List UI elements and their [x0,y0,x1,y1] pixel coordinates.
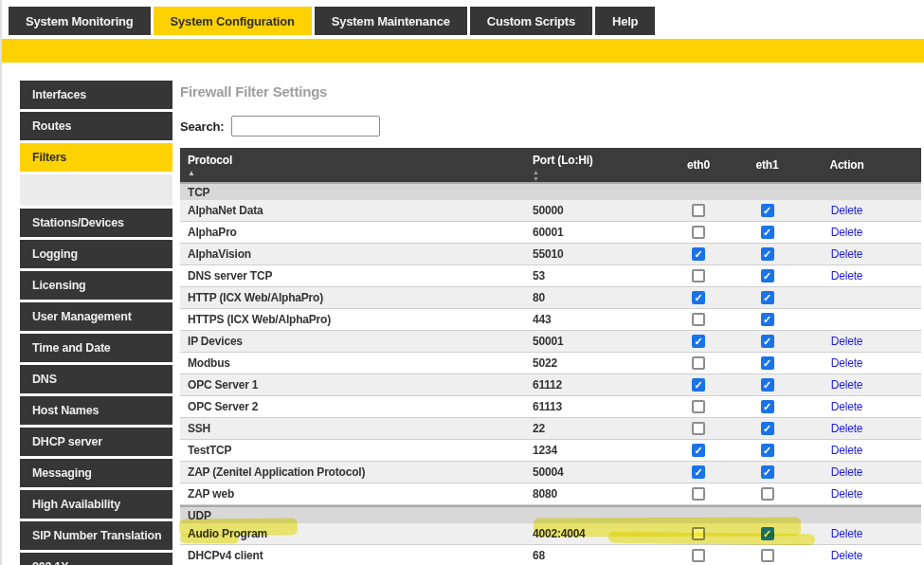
eth0-checkbox[interactable] [692,527,705,540]
delete-link[interactable]: Delete [831,527,863,540]
eth0-checkbox[interactable] [692,549,705,562]
eth1-cell: ✓ [732,378,803,392]
delete-link[interactable]: Delete [831,335,863,348]
delete-link[interactable]: Delete [831,226,863,239]
eth1-checkbox[interactable]: ✓ [761,247,774,261]
sidebar-item-messaging[interactable]: Messaging [20,459,172,487]
tab-bar: System MonitoringSystem ConfigurationSys… [9,7,655,35]
eth0-cell: ✓ [665,444,732,457]
eth1-header-label: eth1 [756,158,779,172]
column-header-port[interactable]: Port (Lo:Hi) ▲▼ [533,148,665,182]
eth1-checkbox[interactable]: ✓ [761,313,774,326]
sort-both-icon[interactable]: ▲▼ [533,169,665,182]
delete-link[interactable]: Delete [831,204,863,217]
eth0-checkbox[interactable] [692,204,705,217]
eth1-checkbox[interactable]: ✓ [761,400,774,413]
sidebar-item-sip-number-translation[interactable]: SIP Number Translation [20,521,172,550]
delete-link[interactable]: Delete [831,356,863,370]
port-cell: 50004 [533,465,665,479]
eth0-checkbox[interactable]: ✓ [692,378,705,392]
eth0-cell [665,400,732,413]
eth0-checkbox[interactable] [692,356,705,370]
eth0-checkbox[interactable]: ✓ [692,465,705,479]
eth0-checkbox[interactable] [692,226,705,239]
eth1-checkbox[interactable]: ✓ [761,226,774,239]
sidebar-item-licensing[interactable]: Licensing [20,271,172,300]
eth1-cell: ✓ [732,226,803,239]
action-cell: Delete [803,269,921,282]
delete-link[interactable]: Delete [831,422,863,435]
eth0-checkbox[interactable] [692,269,705,282]
sidebar-item-interfaces[interactable]: Interfaces [20,81,172,109]
eth1-checkbox[interactable]: ✓ [761,527,774,540]
eth0-checkbox[interactable]: ✓ [692,335,705,348]
sidebar-item-dns[interactable]: DNS [20,365,172,393]
eth1-checkbox[interactable]: ✓ [761,335,774,348]
sidebar-item-high-availability[interactable]: High Availability [20,490,172,519]
column-header-protocol[interactable]: Protocol ▲ [180,148,533,182]
search-input[interactable] [231,116,380,137]
delete-link[interactable]: Delete [831,465,863,479]
action-cell: Delete [803,226,921,239]
action-cell: Delete [803,400,921,413]
sidebar-item-dhcp-server[interactable]: DHCP server [20,428,172,456]
action-cell: Delete [803,444,921,457]
delete-link[interactable]: Delete [831,444,863,457]
table-row-zap-zenitel-application-protocol: ZAP (Zenitel Application Protocol)50004✓… [180,462,921,483]
eth1-checkbox[interactable]: ✓ [761,422,774,435]
protocol-cell: Audio Program [180,527,533,540]
eth0-checkbox[interactable]: ✓ [692,247,705,261]
eth1-checkbox[interactable] [761,487,774,501]
delete-link[interactable]: Delete [831,378,863,392]
table-row-dns-server-tcp: DNS server TCP53✓Delete [180,265,921,287]
delete-link[interactable]: Delete [831,247,863,261]
eth1-checkbox[interactable]: ✓ [761,204,774,217]
protocol-cell: DHCPv4 client [180,549,533,562]
eth0-checkbox[interactable]: ✓ [692,291,705,304]
action-cell: Delete [803,335,921,348]
sidebar-item-stations-devices[interactable]: Stations/Devices [20,209,172,237]
port-cell: 443 [533,313,665,326]
eth1-checkbox[interactable]: ✓ [761,378,774,392]
table-row-testtcp: TestTCP1234✓✓Delete [180,440,921,462]
sidebar-item-user-management[interactable]: User Management [20,302,172,331]
tab-system-configuration[interactable]: System Configuration [154,7,312,35]
eth1-checkbox[interactable] [761,549,774,562]
yellow-accent-band [2,39,924,63]
eth0-checkbox[interactable] [692,313,705,326]
eth0-checkbox[interactable]: ✓ [692,444,705,457]
table-row-alphapro: AlphaPro60001✓Delete [180,222,921,244]
eth1-checkbox[interactable]: ✓ [761,444,774,457]
sidebar-item-time-and-date[interactable]: Time and Date [20,334,172,362]
tab-custom-scripts[interactable]: Custom Scripts [470,7,592,35]
protocol-cell: AlphaVision [180,247,533,261]
eth1-checkbox[interactable]: ✓ [761,291,774,304]
eth1-checkbox[interactable]: ✓ [761,465,774,479]
delete-link[interactable]: Delete [831,269,863,282]
table-row-opc-server-1: OPC Server 161112✓✓Delete [180,374,921,396]
table-row-zap-web: ZAP web8080Delete [180,483,921,505]
eth0-checkbox[interactable] [692,400,705,413]
table-row-alphanet-data: AlphaNet Data50000✓Delete [180,200,921,222]
port-cell: 68 [533,549,665,562]
action-cell: Delete [803,487,921,501]
eth0-checkbox[interactable] [692,422,705,435]
sidebar-item-routes[interactable]: Routes [20,112,172,140]
delete-link[interactable]: Delete [831,487,863,501]
sidebar-item-802-1x[interactable]: 802.1X [20,553,172,565]
eth0-checkbox[interactable] [692,487,705,501]
sort-ascending-icon[interactable]: ▲ [188,169,533,178]
main-content: Firewall Filter Settings Search: Protoco… [180,81,921,565]
tab-help[interactable]: Help [595,7,655,35]
eth1-checkbox[interactable]: ✓ [761,269,774,282]
tab-system-monitoring[interactable]: System Monitoring [9,7,151,35]
port-cell: 80 [533,291,665,304]
eth1-checkbox[interactable]: ✓ [761,356,774,370]
delete-link[interactable]: Delete [831,400,863,413]
tab-system-maintenance[interactable]: System Maintenance [315,7,467,35]
sidebar-item-filters[interactable]: Filters [20,143,172,172]
delete-link[interactable]: Delete [831,549,863,562]
eth1-cell: ✓ [732,400,803,413]
sidebar-item-logging[interactable]: Logging [20,240,172,268]
sidebar-item-host-names[interactable]: Host Names [20,396,172,425]
